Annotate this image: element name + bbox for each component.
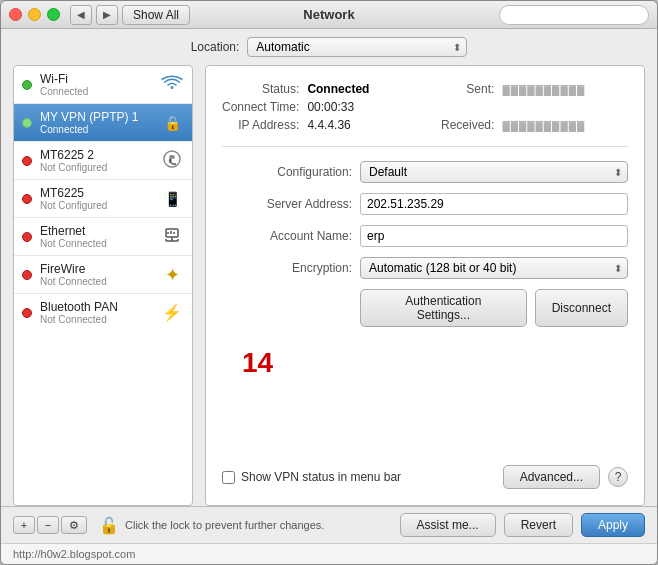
firewire-icon: ✦ xyxy=(160,264,184,286)
close-button[interactable] xyxy=(9,8,22,21)
assist-me-button[interactable]: Assist me... xyxy=(400,513,496,537)
sidebar-item-bluetooth-name: Bluetooth PAN xyxy=(40,300,156,314)
bottom-bar: + − ⚙ 🔓 Click the lock to prevent furthe… xyxy=(1,506,657,543)
vpn-lock-icon: 🔒 xyxy=(160,115,184,131)
status-value: Connected xyxy=(307,82,433,96)
sidebar-item-ethernet-name: Ethernet xyxy=(40,224,156,238)
status-section: Status: Connected Sent: ▓▓▓▓▓▓▓▓▓▓ Conne… xyxy=(222,82,628,132)
status-dot-ethernet xyxy=(22,232,32,242)
encryption-select[interactable]: Automatic (128 bit or 40 bit) xyxy=(360,257,628,279)
show-all-button[interactable]: Show All xyxy=(122,5,190,25)
status-dot-mt6225-2 xyxy=(22,156,32,166)
connect-time-label: Connect Time: xyxy=(222,100,299,114)
connect-time-value: 00:00:33 xyxy=(307,100,433,114)
right-panel: Status: Connected Sent: ▓▓▓▓▓▓▓▓▓▓ Conne… xyxy=(205,65,645,506)
maximize-button[interactable] xyxy=(47,8,60,21)
ip-label: IP Address: xyxy=(222,118,299,132)
config-row: Configuration: Default xyxy=(222,161,628,183)
status-dot-mt6225 xyxy=(22,194,32,204)
wifi-icon xyxy=(160,75,184,95)
sent-label: Sent: xyxy=(441,82,494,96)
server-row: Server Address: xyxy=(222,193,628,215)
status-dot-bluetooth xyxy=(22,308,32,318)
sidebar-item-mt6225-2-status: Not Configured xyxy=(40,162,156,173)
encryption-row: Encryption: Automatic (128 bit or 40 bit… xyxy=(222,257,628,279)
apply-button[interactable]: Apply xyxy=(581,513,645,537)
sidebar-item-myvpn-name: MY VPN (PPTP) 1 xyxy=(40,110,156,124)
sidebar-item-ethernet-status: Not Connected xyxy=(40,238,156,249)
status-dot-myvpn xyxy=(22,118,32,128)
bottom-right-buttons: Assist me... Revert Apply xyxy=(400,513,645,537)
sidebar-item-firewire-status: Not Connected xyxy=(40,276,156,287)
show-vpn-checkbox[interactable] xyxy=(222,471,235,484)
ethernet-icon xyxy=(160,226,184,248)
sidebar-item-firewire-name: FireWire xyxy=(40,262,156,276)
lock-text: Click the lock to prevent further change… xyxy=(125,519,324,531)
badge-number: 14 xyxy=(222,337,628,379)
window-title: Network xyxy=(303,7,354,22)
url-text: http://h0w2.blogspot.com xyxy=(13,548,135,560)
lock-area: 🔓 Click the lock to prevent further chan… xyxy=(99,516,324,535)
sent-value: ▓▓▓▓▓▓▓▓▓▓ xyxy=(502,84,628,95)
sidebar-item-myvpn-status: Connected xyxy=(40,124,156,135)
bluetooth-icon: ⚡ xyxy=(160,303,184,322)
sidebar-item-wifi[interactable]: Wi-Fi Connected xyxy=(14,66,192,104)
right-panel-bottom: Show VPN status in menu bar Advanced... … xyxy=(222,465,628,489)
sidebar-item-bluetooth-status: Not Connected xyxy=(40,314,156,325)
location-select[interactable]: Automatic Edit Locations... xyxy=(247,37,467,57)
status-dot-wifi xyxy=(22,80,32,90)
traffic-lights xyxy=(9,8,60,21)
config-select[interactable]: Default xyxy=(360,161,628,183)
sidebar-controls: + − ⚙ xyxy=(13,516,87,534)
config-select-wrapper: Default xyxy=(360,161,628,183)
phone-icon: 📞 xyxy=(160,150,184,171)
search-input[interactable] xyxy=(499,5,649,25)
location-label: Location: xyxy=(191,40,240,54)
account-input[interactable] xyxy=(360,225,628,247)
minimize-button[interactable] xyxy=(28,8,41,21)
encryption-select-wrapper: Automatic (128 bit or 40 bit) xyxy=(360,257,628,279)
network-window: ◀ ▶ Show All Network Location: Automatic… xyxy=(0,0,658,565)
sidebar-item-mt6225[interactable]: MT6225 Not Configured 📱 xyxy=(14,180,192,218)
sidebar-item-mt6225-status: Not Configured xyxy=(40,200,156,211)
server-label: Server Address: xyxy=(222,197,352,211)
help-button[interactable]: ? xyxy=(608,467,628,487)
url-bar: http://h0w2.blogspot.com xyxy=(1,543,657,564)
sidebar-item-bluetooth[interactable]: Bluetooth PAN Not Connected ⚡ xyxy=(14,294,192,331)
nav-controls: ◀ ▶ Show All xyxy=(70,5,190,25)
account-row: Account Name: xyxy=(222,225,628,247)
sidebar-item-mt6225-2[interactable]: MT6225 2 Not Configured 📞 xyxy=(14,142,192,180)
revert-button[interactable]: Revert xyxy=(504,513,573,537)
sidebar-item-ethernet[interactable]: Ethernet Not Connected xyxy=(14,218,192,256)
sidebar-item-mt6225-2-name: MT6225 2 xyxy=(40,148,156,162)
show-vpn-checkbox-label[interactable]: Show VPN status in menu bar xyxy=(222,470,401,484)
config-label: Configuration: xyxy=(222,165,352,179)
lock-icon[interactable]: 🔓 xyxy=(99,516,119,535)
sidebar-item-wifi-status: Connected xyxy=(40,86,156,97)
server-input[interactable] xyxy=(360,193,628,215)
status-dot-firewire xyxy=(22,270,32,280)
action-buttons: Authentication Settings... Disconnect xyxy=(222,289,628,327)
ip-value: 4.4.4.36 xyxy=(307,118,433,132)
sidebar-item-mt6225-name: MT6225 xyxy=(40,186,156,200)
advanced-button[interactable]: Advanced... xyxy=(503,465,600,489)
svg-text:📞: 📞 xyxy=(169,158,177,166)
received-value: ▓▓▓▓▓▓▓▓▓▓ xyxy=(502,120,628,131)
show-vpn-text: Show VPN status in menu bar xyxy=(241,470,401,484)
gear-menu-button[interactable]: ⚙ xyxy=(61,516,87,534)
back-button[interactable]: ◀ xyxy=(70,5,92,25)
remove-connection-button[interactable]: − xyxy=(37,516,59,534)
encryption-label: Encryption: xyxy=(222,261,352,275)
disconnect-button[interactable]: Disconnect xyxy=(535,289,628,327)
location-select-wrapper: Automatic Edit Locations... xyxy=(247,37,467,57)
received-label: Received: xyxy=(441,118,494,132)
auth-settings-button[interactable]: Authentication Settings... xyxy=(360,289,527,327)
main-content: Wi-Fi Connected MY VPN (PPTP) 1 xyxy=(1,65,657,506)
sidebar-item-myvpn[interactable]: MY VPN (PPTP) 1 Connected 🔒 xyxy=(14,104,192,142)
forward-button[interactable]: ▶ xyxy=(96,5,118,25)
add-connection-button[interactable]: + xyxy=(13,516,35,534)
sidebar-item-firewire[interactable]: FireWire Not Connected ✦ xyxy=(14,256,192,294)
sidebar: Wi-Fi Connected MY VPN (PPTP) 1 xyxy=(13,65,193,506)
titlebar: ◀ ▶ Show All Network xyxy=(1,1,657,29)
sidebar-item-wifi-name: Wi-Fi xyxy=(40,72,156,86)
